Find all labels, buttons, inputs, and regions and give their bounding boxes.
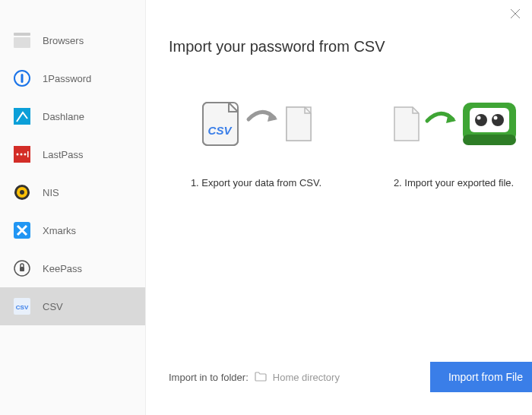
sidebar-item-label: Xmarks — [43, 225, 76, 236]
import-from-file-button[interactable]: Import from File — [430, 362, 532, 392]
svg-point-24 — [475, 114, 487, 126]
steps-row: CSV 1. Export your data from CSV. — [169, 93, 532, 188]
main-panel: Import your password from CSV CSV — [146, 0, 532, 415]
svg-rect-15 — [20, 267, 24, 271]
svg-rect-3 — [21, 74, 24, 83]
svg-point-26 — [492, 114, 504, 126]
step-export: CSV 1. Export your data from CSV. — [169, 93, 344, 188]
sidebar: Browsers 1Password Dashlane LastPass NIS — [0, 0, 146, 415]
step-import-label: 2. Import your exported file. — [394, 177, 514, 188]
svg-point-7 — [21, 154, 23, 156]
svg-rect-22 — [463, 135, 516, 145]
sidebar-item-keepass[interactable]: KeePass — [0, 249, 145, 287]
step-import: 2. Import your exported file. — [366, 93, 532, 188]
sidebar-item-label: Dashlane — [43, 111, 84, 122]
svg-rect-9 — [27, 151, 29, 157]
svg-point-6 — [17, 154, 19, 156]
sidebar-item-lastpass[interactable]: LastPass — [0, 135, 145, 173]
svg-rect-0 — [14, 33, 30, 36]
sidebar-item-csv[interactable]: CSV CSV — [0, 287, 145, 325]
sidebar-item-label: CSV — [43, 301, 63, 312]
svg-point-27 — [494, 116, 498, 120]
folder-label: Import in to folder: — [169, 372, 249, 383]
keepass-icon — [14, 260, 30, 277]
lastpass-icon — [14, 146, 30, 163]
sidebar-item-label: KeePass — [43, 263, 82, 274]
sidebar-item-label: Browsers — [43, 35, 84, 46]
step-export-label: 1. Export your data from CSV. — [191, 177, 321, 188]
footer: Import in to folder: Home directory Impo… — [169, 362, 532, 392]
xmarks-icon — [14, 222, 30, 239]
svg-rect-1 — [14, 37, 30, 48]
csv-icon: CSV — [14, 298, 30, 315]
step-export-graphic: CSV — [195, 93, 317, 154]
sidebar-item-dashlane[interactable]: Dashlane — [0, 97, 145, 135]
folder-row: Import in to folder: Home directory — [169, 371, 340, 384]
sidebar-item-nis[interactable]: NIS — [0, 173, 145, 211]
svg-text:CSV: CSV — [16, 304, 29, 311]
sidebar-item-label: NIS — [43, 187, 59, 198]
svg-rect-4 — [14, 108, 30, 125]
svg-point-25 — [477, 116, 481, 120]
sidebar-item-label: LastPass — [43, 149, 83, 160]
sidebar-item-browsers[interactable]: Browsers — [0, 21, 145, 59]
svg-point-8 — [24, 154, 27, 156]
nis-icon — [14, 184, 30, 201]
svg-text:CSV: CSV — [208, 124, 233, 137]
1password-icon — [14, 70, 30, 87]
svg-point-12 — [20, 190, 24, 195]
dashlane-icon — [14, 108, 30, 125]
step-import-graphic — [385, 93, 522, 154]
sidebar-item-label: 1Password — [43, 73, 91, 84]
browsers-icon — [14, 32, 30, 49]
folder-icon — [255, 371, 267, 384]
sidebar-item-xmarks[interactable]: Xmarks — [0, 211, 145, 249]
sidebar-item-1password[interactable]: 1Password — [0, 59, 145, 97]
page-title: Import your password from CSV — [169, 38, 532, 55]
folder-path-link[interactable]: Home directory — [273, 372, 340, 383]
